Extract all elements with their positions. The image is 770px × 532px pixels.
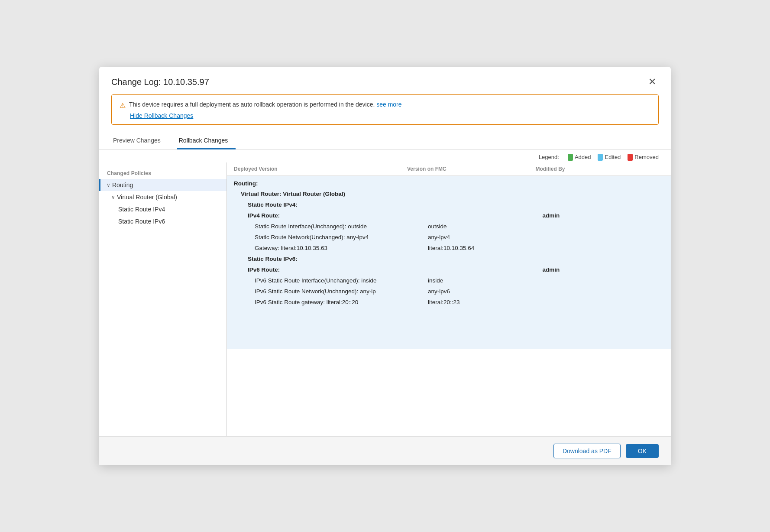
row-col1: IPv4 Route: <box>248 212 421 219</box>
static-route-ipv4-label: Static Route IPv4 <box>118 206 165 213</box>
row-col2: literal:20::23 <box>428 299 546 305</box>
ok-button[interactable]: OK <box>626 444 659 458</box>
column-headers: Deployed Version Version on FMC Modified… <box>227 162 671 176</box>
edited-label: Edited <box>605 154 621 160</box>
row-col1: Routing: <box>234 180 407 187</box>
row-col1: Static Route Network(Unchanged): any-ipv… <box>255 234 428 240</box>
virtual-router-label: Virtual Router (Global) <box>117 194 177 201</box>
row-modifier: admin <box>543 266 664 273</box>
table-row: Static Route IPv4: <box>227 199 671 210</box>
row-col1: IPv6 Static Route Network(Unchanged): an… <box>255 288 428 295</box>
warning-icon: ⚠ <box>120 101 126 110</box>
table-row: Routing: <box>227 176 671 188</box>
tabs-row: Preview Changes Rollback Changes <box>99 133 671 149</box>
col-modified-header: Modified By <box>536 166 664 172</box>
tree-item-static-route-ipv6[interactable]: Static Route IPv6 <box>99 215 226 227</box>
chevron-routing: ∨ <box>107 182 110 188</box>
table-row: IPv6 Static Route gateway: literal:20::2… <box>227 297 671 308</box>
warning-text: This device requires a full deployment a… <box>129 101 402 108</box>
tree-item-virtual-router[interactable]: ∨ Virtual Router (Global) <box>99 191 226 203</box>
right-panel: Deployed Version Version on FMC Modified… <box>227 162 671 437</box>
col-fmc-header: Version on FMC <box>407 166 536 172</box>
tree-item-routing[interactable]: ∨ Routing <box>99 179 226 191</box>
legend-removed: Removed <box>628 154 659 161</box>
tab-rollback-changes[interactable]: Rollback Changes <box>177 133 236 149</box>
legend-row: Legend: Added Edited Removed <box>99 149 671 162</box>
row-col2: literal:10.10.35.64 <box>428 245 546 251</box>
routing-label: Routing <box>112 182 133 188</box>
row-col1: Virtual Router: Virtual Router (Global) <box>241 191 414 197</box>
row-col2: outside <box>428 223 546 230</box>
tree-item-static-route-ipv4[interactable]: Static Route IPv4 <box>99 203 226 215</box>
change-log-dialog: Change Log: 10.10.35.97 ✕ ⚠ This device … <box>99 67 671 465</box>
static-route-ipv6-label: Static Route IPv6 <box>118 218 165 225</box>
dialog-header: Change Log: 10.10.35.97 ✕ <box>99 67 671 94</box>
hide-rollback-link[interactable]: Hide Rollback Changes <box>130 112 193 119</box>
table-row: Virtual Router: Virtual Router (Global) <box>227 188 671 199</box>
table-row: Static Route IPv6: <box>227 253 671 264</box>
table-row: IPv6 Static Route Network(Unchanged): an… <box>227 286 671 297</box>
chevron-virtual-router: ∨ <box>111 194 115 200</box>
row-col1: Static Route IPv6: <box>248 256 421 262</box>
row-modifier: admin <box>543 212 664 219</box>
table-row: IPv6 Route: admin <box>227 264 671 275</box>
removed-color-swatch <box>628 154 633 161</box>
row-col2: inside <box>428 277 546 284</box>
tab-preview-changes[interactable]: Preview Changes <box>111 133 168 149</box>
see-more-link[interactable]: see more <box>376 101 401 108</box>
warning-banner: ⚠ This device requires a full deployment… <box>111 94 659 125</box>
table-body: Routing: Virtual Router: Virtual Router … <box>227 176 671 349</box>
legend-edited: Edited <box>598 154 621 161</box>
table-row: IPv4 Route: admin <box>227 210 671 221</box>
dialog-footer: Download as PDF OK <box>99 436 671 465</box>
row-col1: IPv6 Static Route gateway: literal:20::2… <box>255 299 428 305</box>
row-col1: IPv6 Static Route Interface(Unchanged): … <box>255 277 428 284</box>
added-label: Added <box>575 154 591 160</box>
row-col1: Static Route IPv4: <box>248 201 421 208</box>
table-row: IPv6 Static Route Interface(Unchanged): … <box>227 275 671 286</box>
removed-label: Removed <box>634 154 659 160</box>
row-col1: IPv6 Route: <box>248 266 421 273</box>
download-pdf-button[interactable]: Download as PDF <box>553 444 621 458</box>
left-panel: Changed Policies ∨ Routing ∨ Virtual Rou… <box>99 162 227 437</box>
changed-policies-header: Changed Policies <box>99 167 226 179</box>
close-button[interactable]: ✕ <box>646 76 659 88</box>
row-col1: Gateway: literal:10.10.35.63 <box>255 245 428 251</box>
row-col1: Static Route Interface(Unchanged): outsi… <box>255 223 428 230</box>
edited-color-swatch <box>598 154 603 161</box>
warning-line: ⚠ This device requires a full deployment… <box>120 101 650 110</box>
table-row: Gateway: literal:10.10.35.63 literal:10.… <box>227 243 671 253</box>
row-col2: any-ipv4 <box>428 234 546 240</box>
legend-label: Legend: <box>539 154 559 160</box>
main-content: Changed Policies ∨ Routing ∨ Virtual Rou… <box>99 162 671 437</box>
table-row: Static Route Interface(Unchanged): outsi… <box>227 221 671 232</box>
row-col2: any-ipv6 <box>428 288 546 295</box>
table-row: Static Route Network(Unchanged): any-ipv… <box>227 232 671 243</box>
added-color-swatch <box>568 154 573 161</box>
legend-added: Added <box>568 154 591 161</box>
dialog-title: Change Log: 10.10.35.97 <box>111 77 209 87</box>
col-deployed-header: Deployed Version <box>234 166 407 172</box>
